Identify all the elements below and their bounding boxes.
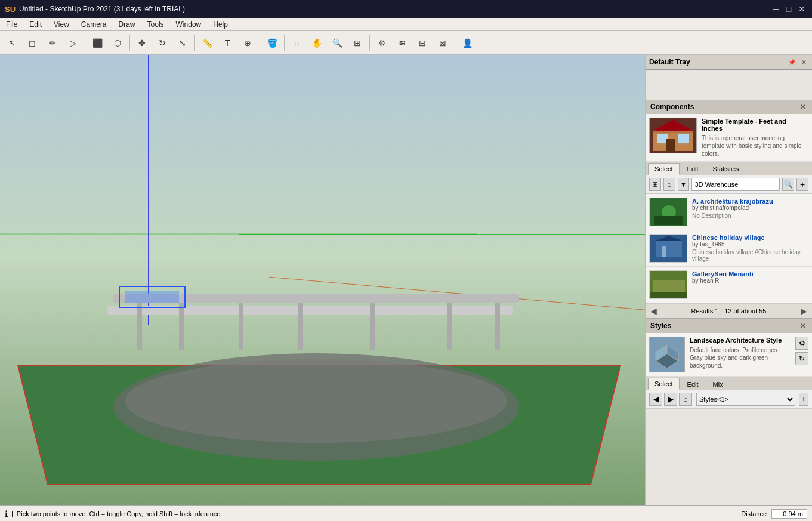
components-search-input[interactable]	[691, 178, 780, 191]
menu-view[interactable]: View	[48, 18, 75, 30]
next-page-button[interactable]: ▶	[801, 306, 807, 316]
minimize-button[interactable]: ─	[770, 4, 781, 14]
component-preview-description: This is a general user modeling template…	[702, 134, 808, 158]
component-info-1: A. architektura krajobrazu by christinaf…	[692, 198, 808, 226]
components-close-button[interactable]: ✕	[798, 102, 807, 112]
styles-header-buttons: ✕	[798, 321, 807, 331]
style-preview-title: Landscape Architecture Style	[690, 337, 791, 344]
component-preview-title: Simple Template - Feet and Inches	[702, 118, 808, 132]
components-section-header[interactable]: Components ✕	[646, 100, 812, 114]
styles-back-button[interactable]: ◀	[649, 393, 662, 406]
pushpull-tool-button[interactable]: ⬛	[88, 33, 107, 53]
component-name-1: A. architektura krajobrazu	[692, 198, 808, 205]
section-planes-button[interactable]: ⊟	[413, 33, 432, 53]
paint-tool-button[interactable]: 🪣	[263, 33, 282, 53]
tab-components-statistics[interactable]: Statistics	[706, 163, 746, 175]
app-title: Untitled - SketchUp Pro 2021 (31 days le…	[19, 5, 185, 13]
main-area: Default Tray 📌 ✕ Components ✕	[0, 55, 812, 505]
orbit-tool-button[interactable]: ○	[287, 33, 306, 53]
search-go-button[interactable]: 🔍	[782, 178, 794, 191]
tags-button[interactable]: ⚙	[372, 33, 391, 53]
pan-tool-button[interactable]: ✋	[307, 33, 326, 53]
menu-file[interactable]: File	[0, 18, 23, 30]
tab-components-select[interactable]: Select	[648, 163, 680, 175]
svg-rect-9	[370, 303, 375, 350]
shapes-tool-button[interactable]: ▷	[63, 33, 82, 53]
style-refresh-button[interactable]: ↻	[795, 352, 808, 365]
list-item[interactable]: Chinese holiday village by tas_1985 Chin…	[646, 230, 812, 267]
tab-styles-mix[interactable]: Mix	[706, 378, 730, 390]
tray-close-button[interactable]: ✕	[799, 57, 808, 67]
components-section-title: Components	[650, 103, 694, 111]
styles-add-button[interactable]: +	[799, 393, 808, 406]
zoom-extents-button[interactable]: ⊞	[348, 33, 367, 53]
profile-button[interactable]: 👤	[458, 33, 477, 53]
menu-draw[interactable]: Draw	[113, 18, 141, 30]
styles-home-button[interactable]: ⌂	[679, 393, 692, 406]
grid-view-icon[interactable]: ⊞	[649, 178, 661, 191]
list-item[interactable]: A. architektura krajobrazu by christinaf…	[646, 194, 812, 230]
menu-help[interactable]: Help	[207, 18, 234, 30]
offset-tool-button[interactable]: ⬡	[108, 33, 127, 53]
close-button[interactable]: ✕	[796, 4, 807, 14]
scene-svg	[0, 55, 645, 505]
prev-page-button[interactable]: ◀	[650, 306, 657, 316]
component-preview-area: Simple Template - Feet and Inches This i…	[646, 114, 812, 162]
tab-styles-select[interactable]: Select	[648, 378, 680, 390]
component-desc-1: No Description	[692, 212, 808, 219]
component-thumbnail-3	[649, 270, 687, 299]
eraser-tool-button[interactable]: ◻	[23, 33, 42, 53]
scale-tool-button[interactable]: ⤡	[173, 33, 192, 53]
app-logo-icon: SU	[5, 5, 16, 14]
text-tool-button[interactable]: T	[218, 33, 237, 53]
tab-components-edit[interactable]: Edit	[681, 163, 705, 175]
home-icon[interactable]: ⌂	[663, 178, 675, 191]
menu-edit[interactable]: Edit	[23, 18, 48, 30]
component-info-3: GallerySeri Menanti by hean R	[692, 270, 808, 299]
titlebar-controls[interactable]: ─ □ ✕	[770, 4, 807, 14]
svg-rect-8	[298, 303, 303, 350]
house-thumbnail-svg	[650, 118, 696, 153]
maximize-button[interactable]: □	[783, 4, 794, 14]
svg-rect-10	[447, 303, 452, 350]
toolbar-separator-7	[455, 35, 455, 51]
status-message: Pick two points to move. Ctrl = toggle C…	[17, 510, 223, 517]
dropdown-arrow-icon[interactable]: ▼	[678, 178, 690, 191]
3d-viewport[interactable]	[0, 55, 645, 505]
svg-rect-31	[656, 241, 682, 257]
svg-rect-25	[678, 134, 689, 143]
list-item[interactable]: GallerySeri Menanti by hean R	[646, 267, 812, 303]
styles-section: Styles ✕ Landsc	[646, 319, 812, 409]
styles-category-select[interactable]: Styles<1> In Model Default Styles Landsc…	[696, 393, 795, 406]
axes-tool-button[interactable]: ⊕	[238, 33, 257, 53]
select-tool-button[interactable]: ↖	[2, 33, 21, 53]
section-fill-button[interactable]: ⊠	[433, 33, 452, 53]
statusbar-right: Distance 0.94 m	[741, 509, 807, 519]
menu-window[interactable]: Window	[170, 18, 208, 30]
style-settings-button[interactable]: ⚙	[795, 337, 808, 350]
fog-button[interactable]: ≋	[393, 33, 412, 53]
menu-tools[interactable]: Tools	[141, 18, 170, 30]
svg-rect-5	[137, 303, 142, 350]
component-desc-2: Chinese holiday village #Chinese holiday…	[692, 249, 808, 262]
add-to-model-button[interactable]: +	[796, 178, 808, 191]
default-tray-header: Default Tray 📌 ✕	[646, 55, 812, 70]
rotate-tool-button[interactable]: ↻	[153, 33, 172, 53]
svg-rect-29	[654, 216, 683, 225]
svg-rect-36	[650, 292, 687, 299]
component-info-2: Chinese holiday village by tas_1985 Chin…	[692, 234, 808, 263]
tape-tool-button[interactable]: 📏	[197, 33, 217, 53]
tray-pin-button[interactable]: 📌	[787, 57, 796, 67]
toolbar-separator-3	[194, 35, 195, 51]
pencil-tool-button[interactable]: ✏	[43, 33, 62, 53]
styles-close-button[interactable]: ✕	[798, 321, 807, 331]
style-preview-description: Default face colors. Profile edges. Gray…	[690, 346, 791, 369]
tab-styles-edit[interactable]: Edit	[681, 378, 705, 390]
styles-section-header[interactable]: Styles ✕	[646, 319, 812, 333]
svg-point-2	[125, 359, 507, 443]
style-preview-info: Landscape Architecture Style Default fac…	[690, 337, 791, 372]
move-tool-button[interactable]: ✥	[132, 33, 152, 53]
styles-forward-button[interactable]: ▶	[664, 393, 677, 406]
zoom-tool-button[interactable]: 🔍	[328, 33, 347, 53]
menu-camera[interactable]: Camera	[75, 18, 113, 30]
